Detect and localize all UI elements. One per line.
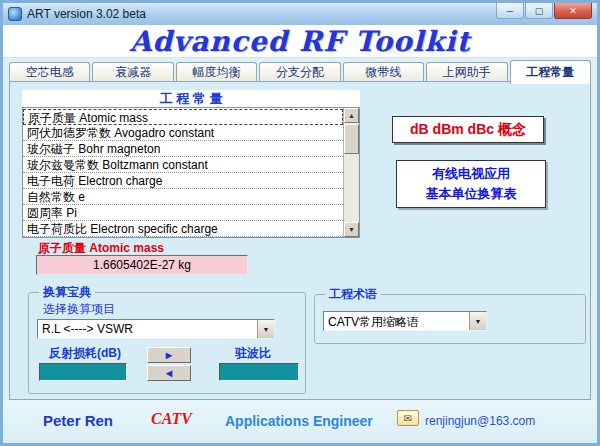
- conversion-dropdown[interactable]: R.L <----> VSWR ▼: [37, 319, 275, 339]
- scroll-up-icon[interactable]: ▲: [344, 108, 359, 123]
- return-loss-input[interactable]: [39, 363, 127, 381]
- list-item[interactable]: 玻尔磁子 Bohr magneton: [23, 141, 343, 157]
- vswr-label: 驻波比: [235, 345, 271, 362]
- return-loss-label: 反射损耗(dB): [49, 345, 121, 362]
- chevron-down-icon[interactable]: ▼: [469, 312, 486, 330]
- db-concept-button[interactable]: dB dBm dBc 概念: [392, 116, 544, 143]
- list-item[interactable]: 原子质量 Atomic mass: [23, 109, 343, 125]
- catv-table-line1: 有线电视应用: [397, 164, 545, 184]
- arrow-right-icon: ►: [164, 350, 175, 361]
- conversion-dropdown-value: R.L <----> VSWR: [38, 320, 257, 338]
- constant-value-field[interactable]: 1.6605402E-27 kg: [36, 255, 248, 275]
- list-item[interactable]: 玻尔兹曼常数 Boltzmann constant: [23, 157, 343, 173]
- tab-engineering-constants[interactable]: 工程常量: [510, 60, 591, 84]
- catv-table-line2: 基本单位换算表: [397, 184, 545, 204]
- conversion-group-title: 换算宝典: [39, 285, 95, 299]
- arrow-left-icon: ◄: [164, 368, 175, 379]
- vswr-input[interactable]: [219, 363, 299, 381]
- tab-amplitude-equalizer[interactable]: 幅度均衡: [176, 62, 257, 81]
- list-item[interactable]: 电子荷质比 Electron specific charge: [23, 221, 343, 237]
- scrollbar-track[interactable]: [344, 154, 359, 222]
- constants-listbox: 原子质量 Atomic mass 阿伏加德罗常数 Avogadro consta…: [22, 107, 360, 238]
- scroll-down-icon[interactable]: ▼: [344, 222, 359, 237]
- window-controls: ─ ▢ ✕: [496, 3, 592, 25]
- list-item[interactable]: 自然常数 e: [23, 189, 343, 205]
- app-title: Advanced RF Toolkit: [130, 25, 471, 58]
- list-item[interactable]: 电子电荷 Electron charge: [23, 173, 343, 189]
- terms-dropdown-value: CATV常用缩略语: [324, 312, 469, 330]
- scrollbar-thumb[interactable]: [344, 124, 359, 154]
- app-header: Advanced RF Toolkit: [3, 25, 597, 58]
- terms-group-title: 工程术语: [325, 287, 381, 301]
- author-email[interactable]: renjingjun@163.com: [425, 414, 535, 428]
- conversion-groupbox: 换算宝典 选择换算项目 R.L <----> VSWR ▼ 反射损耗(dB) 驻…: [28, 292, 306, 394]
- list-item[interactable]: 圆周率 Pi: [23, 205, 343, 221]
- author-role: Applications Engineer: [225, 413, 373, 429]
- constants-list: 原子质量 Atomic mass 阿伏加德罗常数 Avogadro consta…: [23, 108, 343, 237]
- catv-brand: CATV: [151, 410, 192, 428]
- close-button[interactable]: ✕: [554, 3, 592, 19]
- tab-splitter[interactable]: 分支分配: [259, 62, 340, 81]
- app-window: ART version 3.02 beta ─ ▢ ✕ Advanced RF …: [0, 0, 600, 446]
- constants-heading: 工 程 常 量: [22, 90, 360, 107]
- title-bar[interactable]: ART version 3.02 beta ─ ▢ ✕: [3, 3, 597, 25]
- window-title: ART version 3.02 beta: [27, 7, 146, 21]
- author-name: Peter Ren: [43, 412, 113, 429]
- chevron-down-icon[interactable]: ▼: [257, 320, 274, 338]
- list-scrollbar[interactable]: ▲ ▼: [343, 108, 359, 237]
- terms-dropdown[interactable]: CATV常用缩略语 ▼: [323, 311, 487, 331]
- footer: Peter Ren CATV Applications Engineer ✉ r…: [3, 400, 597, 443]
- terms-groupbox: 工程术语 CATV常用缩略语 ▼: [314, 294, 586, 344]
- app-icon: [8, 7, 22, 21]
- maximize-button[interactable]: ▢: [525, 3, 553, 19]
- catv-unit-table-button[interactable]: 有线电视应用 基本单位换算表: [396, 160, 546, 208]
- tab-bar: 空芯电感 衰减器 幅度均衡 分支分配 微带线 上网助手 工程常量: [9, 60, 591, 81]
- conversion-select-label: 选择换算项目: [43, 301, 115, 318]
- tab-air-core-inductor[interactable]: 空芯电感: [9, 62, 90, 81]
- convert-right-button[interactable]: ►: [147, 347, 191, 363]
- engineering-constants-panel: 工 程 常 量 原子质量 Atomic mass 阿伏加德罗常数 Avogadr…: [9, 81, 591, 400]
- tab-microstrip[interactable]: 微带线: [343, 62, 424, 81]
- convert-left-button[interactable]: ◄: [147, 365, 191, 381]
- minimize-button[interactable]: ─: [496, 3, 524, 19]
- email-icon[interactable]: ✉: [397, 410, 419, 426]
- list-item[interactable]: 阿伏加德罗常数 Avogadro constant: [23, 125, 343, 141]
- tab-internet-helper[interactable]: 上网助手: [426, 62, 507, 81]
- tab-attenuator[interactable]: 衰减器: [92, 62, 173, 81]
